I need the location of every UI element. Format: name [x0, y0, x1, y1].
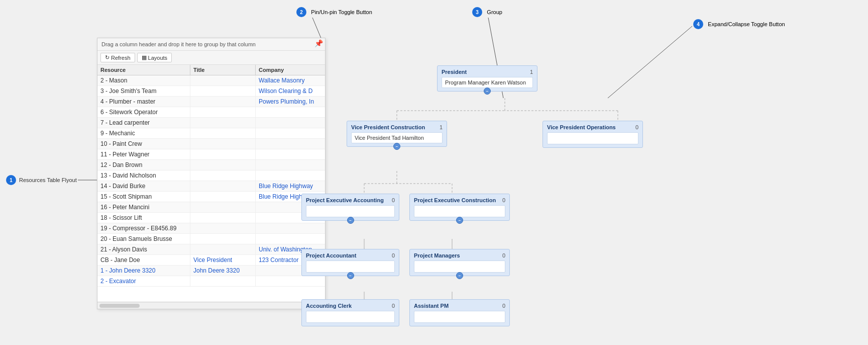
collapse-btn-vp-construction[interactable]: −	[393, 143, 400, 150]
org-node-project-accountant: Project Accountant 0 −	[301, 249, 399, 276]
table-row[interactable]: 6 - Sitework Operator	[97, 107, 325, 118]
table-row[interactable]: 20 - Euan Samuels Brusse	[97, 234, 325, 244]
main-container: 1 Resources Table Flyout 2 Pin/Un-pin To…	[0, 0, 868, 345]
collapse-btn-project-accountant[interactable]: −	[347, 272, 354, 279]
column-headers: Resource Title Company	[97, 65, 325, 75]
project-managers-blank	[414, 261, 505, 273]
project-accountant-count: 0	[392, 252, 395, 258]
project-managers-title: Project Managers	[414, 252, 505, 258]
table-row[interactable]: 3 - Joe Smith's Team Wilson Clearing & D	[97, 86, 325, 97]
table-row[interactable]: 2 - Excavator	[97, 276, 325, 287]
cell-company	[256, 149, 325, 159]
col-header-resource[interactable]: Resource	[97, 65, 190, 75]
table-row[interactable]: 19 - Compressor - E8456.89	[97, 223, 325, 234]
table-row[interactable]: CB - Jane Doe Vice President 123 Contrac…	[97, 255, 325, 266]
badge-3: 3	[472, 7, 482, 17]
table-row[interactable]: 11 - Peter Wagner	[97, 149, 325, 160]
cell-resource: 16 - Peter Mancini	[97, 202, 190, 212]
cell-resource: 2 - Mason	[97, 75, 190, 85]
project-accountant-title: Project Accountant	[306, 252, 395, 258]
vp-operations-blank	[547, 132, 638, 144]
pin-toggle-button[interactable]: 📌	[314, 39, 323, 47]
table-row[interactable]: 15 - Scott Shipman Blue Ridge Highway	[97, 192, 325, 202]
proj-exec-accounting-count: 0	[392, 197, 395, 203]
cell-company	[256, 223, 325, 233]
table-row[interactable]: 2 - Mason Wallace Masonry	[97, 75, 325, 86]
cell-resource: CB - Jane Doe	[97, 255, 190, 265]
org-node-accounting-clerk: Accounting Clerk 0	[301, 299, 399, 326]
col-header-company[interactable]: Company	[256, 65, 325, 75]
cell-resource: 9 - Mechanic	[97, 128, 190, 138]
cell-title	[190, 107, 256, 117]
refresh-icon: ↻	[105, 54, 110, 61]
annotation-label-2: Pin/Un-pin Toggle Button	[311, 9, 372, 15]
cell-resource: 1 - John Deere 3320	[97, 266, 190, 276]
cell-title	[190, 244, 256, 254]
cell-title	[190, 118, 256, 128]
accounting-clerk-title: Accounting Clerk	[306, 303, 395, 309]
cell-title	[190, 202, 256, 212]
accounting-clerk-count: 0	[392, 303, 395, 309]
table-body[interactable]: 2 - Mason Wallace Masonry 3 - Joe Smith'…	[97, 75, 325, 302]
vp-operations-count: 0	[635, 124, 638, 130]
vp-construction-title: Vice President Construction	[351, 124, 443, 130]
cell-resource: 4 - Plumber - master	[97, 97, 190, 107]
vp-construction-count: 1	[440, 124, 443, 130]
president-count: 1	[530, 69, 533, 75]
org-node-proj-exec-accounting: Project Executive Accounting 0 −	[301, 194, 399, 221]
assistant-pm-blank	[414, 311, 505, 323]
resources-table-flyout: 📌 Drag a column header and drop it here …	[97, 38, 325, 309]
annotation-label-1: Resources Table Flyout	[19, 177, 77, 183]
org-node-president: President 1 Program Manager Karen Watson…	[437, 65, 537, 92]
layouts-button[interactable]: ▦ Layouts	[137, 53, 172, 62]
table-row[interactable]: 4 - Plumber - master Powers Plumbing, In	[97, 97, 325, 107]
annotation-label-4: Expand/Collapse Toggle Button	[708, 21, 785, 27]
cell-resource: 7 - Lead carpenter	[97, 118, 190, 128]
cell-resource: 18 - Scissor Lift	[97, 213, 190, 223]
table-row[interactable]: 13 - David Nicholson	[97, 170, 325, 181]
cell-title	[190, 276, 256, 286]
cell-title	[190, 160, 256, 170]
cell-company: Blue Ridge Highway	[256, 181, 325, 191]
cell-resource: 21 - Alyson Davis	[97, 244, 190, 254]
cell-resource: 12 - Dan Brown	[97, 160, 190, 170]
table-row[interactable]: 10 - Paint Crew	[97, 139, 325, 149]
assistant-pm-title: Assistant PM	[414, 303, 505, 309]
cell-resource: 10 - Paint Crew	[97, 139, 190, 149]
table-row[interactable]: 16 - Peter Mancini	[97, 202, 325, 213]
cell-resource: 3 - Joe Smith's Team	[97, 86, 190, 96]
collapse-btn-proj-exec-accounting[interactable]: −	[347, 217, 354, 224]
table-row[interactable]: 12 - Dan Brown	[97, 160, 325, 170]
scrollbar-thumb-h[interactable]	[99, 304, 140, 308]
cell-title	[190, 223, 256, 233]
table-row[interactable]: 14 - David Burke Blue Ridge Highway	[97, 181, 325, 192]
table-row[interactable]: 18 - Scissor Lift	[97, 213, 325, 223]
cell-resource: 13 - David Nicholson	[97, 170, 190, 181]
collapse-btn-proj-exec-construction[interactable]: −	[456, 217, 463, 224]
table-row[interactable]: 1 - John Deere 3320 John Deere 3320	[97, 266, 325, 276]
cell-title	[190, 86, 256, 96]
drag-hint: Drag a column header and drop it here to…	[97, 38, 325, 51]
collapse-btn-project-managers[interactable]: −	[456, 272, 463, 279]
table-row[interactable]: 7 - Lead carpenter	[97, 118, 325, 128]
cell-company: Wallace Masonry	[256, 75, 325, 85]
table-row[interactable]: 9 - Mechanic	[97, 128, 325, 139]
cell-resource: 11 - Peter Wagner	[97, 149, 190, 159]
col-header-title[interactable]: Title	[190, 65, 256, 75]
refresh-button[interactable]: ↻ Refresh	[100, 53, 135, 62]
annotation-3: 3 Group	[472, 7, 502, 17]
annotation-1: 1 Resources Table Flyout	[6, 175, 77, 185]
horizontal-scrollbar[interactable]	[97, 302, 325, 309]
president-sub: Program Manager Karen Watson	[442, 77, 533, 88]
table-toolbar: ↻ Refresh ▦ Layouts	[97, 51, 325, 65]
layouts-icon: ▦	[142, 54, 147, 61]
table-row[interactable]: 21 - Alyson Davis Univ. of Washington	[97, 244, 325, 255]
proj-exec-accounting-title: Project Executive Accounting	[306, 197, 395, 203]
cell-title	[190, 149, 256, 159]
org-chart-area: President 1 Program Manager Karen Watson…	[332, 38, 868, 325]
project-managers-count: 0	[502, 252, 505, 258]
vp-construction-sub: Vice President Tad Hamilton	[351, 132, 443, 143]
org-node-project-managers: Project Managers 0 −	[409, 249, 510, 276]
cell-title	[190, 213, 256, 223]
collapse-btn-president[interactable]: −	[484, 88, 491, 95]
